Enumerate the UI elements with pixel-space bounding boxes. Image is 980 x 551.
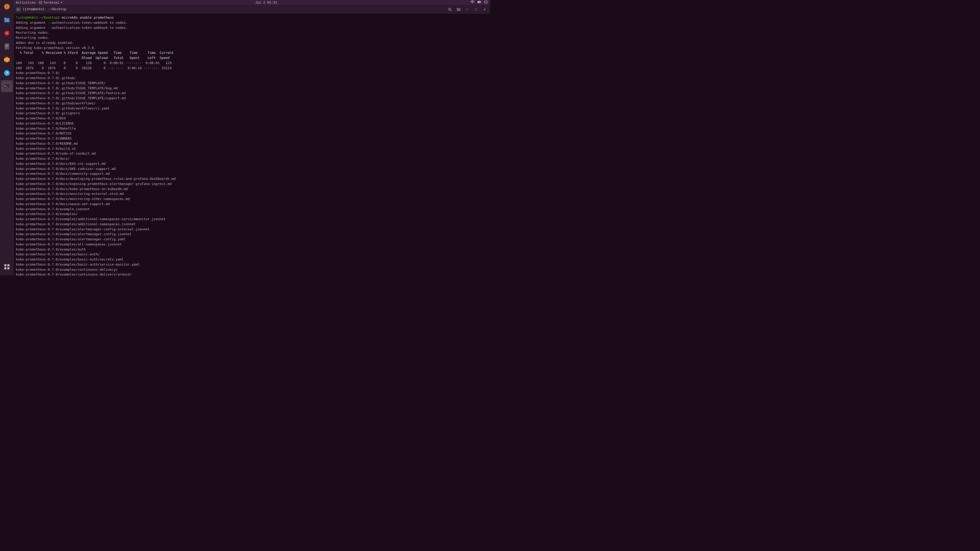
tar-line-8: kube-prometheus-0.7.0/.github/workflows/…: [16, 106, 488, 111]
prompt: lizhe@mk8s1:~/Desktop$: [16, 16, 60, 19]
output-line-5: Addon dns is already enabled.: [16, 40, 488, 45]
main-area: Activities >_ Terminal ▾ Jul 2 01:31: [14, 0, 490, 275]
tar-line-21: kube-prometheus-0.7.0/docs/community-sup…: [16, 171, 488, 176]
terminal-titlebar: >_ lizhe@mk8s1: ~/Desktop: [14, 5, 490, 14]
terminal-window-title: lizhe@mk8s1: ~/Desktop: [22, 7, 66, 11]
sidebar-item-text-editor[interactable]: [1, 41, 13, 52]
curl-header-1: % Total % Received % Xferd Average Speed…: [16, 50, 488, 56]
terminal-tab-icon: >_: [16, 7, 21, 12]
tar-line-37: kube-prometheus-0.7.0/examples/basic-aut…: [16, 252, 488, 257]
tar-line-33: kube-prometheus-0.7.0/examples/alertmana…: [16, 232, 488, 237]
tar-line-12: kube-prometheus-0.7.0/Makefile: [16, 126, 488, 131]
svg-text:>_: >_: [17, 9, 19, 11]
topbar-datetime[interactable]: Jul 2 01:31: [255, 1, 277, 5]
tar-line-10: kube-prometheus-0.7.0/DCO: [16, 116, 488, 121]
tar-line-11: kube-prometheus-0.7.0/LICENSE: [16, 121, 488, 126]
search-button[interactable]: [447, 6, 453, 12]
svg-rect-12: [5, 47, 7, 47]
tar-line-20: kube-prometheus-0.7.0/docs/GKE-cadvisor-…: [16, 166, 488, 171]
terminal-menu-label: Terminal: [43, 1, 59, 5]
tar-line-13: kube-prometheus-0.7.0/NOTICE: [16, 131, 488, 136]
tar-line-28: kube-prometheus-0.7.0/example.jsonnet: [16, 206, 488, 212]
close-button[interactable]: ✕: [481, 6, 488, 12]
terminal-window: >_ lizhe@mk8s1: ~/Desktop: [14, 5, 490, 275]
tar-line-32: kube-prometheus-0.7.0/examples/alertmana…: [16, 227, 488, 232]
tar-line-19: kube-prometheus-0.7.0/docs/EKS-cni-suppo…: [16, 161, 488, 166]
maximize-button[interactable]: □: [473, 6, 479, 12]
sidebar-item-help[interactable]: ?: [1, 67, 13, 79]
command-line: lizhe@mk8s1:~/Desktop$ microk8s enable p…: [16, 15, 488, 20]
sidebar-item-files[interactable]: [1, 14, 13, 26]
topbar: Activities >_ Terminal ▾ Jul 2 01:31: [14, 0, 490, 5]
activities-button[interactable]: Activities: [16, 1, 36, 5]
svg-rect-23: [7, 267, 10, 269]
svg-marker-27: [477, 0, 479, 3]
svg-rect-20: [4, 264, 6, 266]
taskbar-bottom: [0, 260, 14, 275]
svg-rect-11: [5, 46, 8, 46]
tar-line-6: kube-prometheus-0.7.0/.github/ISSUE_TEMP…: [16, 96, 488, 101]
svg-text:>_: >_: [5, 84, 8, 88]
tar-line-35: kube-prometheus-0.7.0/examples/all-names…: [16, 242, 488, 247]
tar-line-4: kube-prometheus-0.7.0/.github/ISSUE_TEMP…: [16, 86, 488, 91]
command-text: microk8s enable prometheus: [60, 16, 114, 19]
tar-line-1: kube-prometheus-0.7.0/: [16, 70, 488, 76]
terminal-output[interactable]: lizhe@mk8s1:~/Desktop$ microk8s enable p…: [14, 14, 490, 275]
sidebar-item-apps-grid[interactable]: [1, 261, 13, 273]
titlebar-right: ─ □ ✕: [447, 6, 488, 12]
volume-icon: [477, 0, 481, 5]
output-line-4: Restarting nodes.: [16, 35, 488, 40]
svg-point-26: [472, 3, 473, 4]
menu-button[interactable]: [455, 6, 462, 12]
svg-rect-9: [5, 43, 9, 49]
power-icon[interactable]: [484, 0, 488, 5]
tar-line-16: kube-prometheus-0.7.0/build.sh: [16, 146, 488, 151]
tar-line-26: kube-prometheus-0.7.0/docs/monitoring-ot…: [16, 197, 488, 202]
curl-header-2: Dload Upload Total Spent Left Speed: [16, 56, 488, 60]
tar-line-27: kube-prometheus-0.7.0/docs/weave-net-sup…: [16, 202, 488, 206]
svg-rect-10: [5, 44, 8, 45]
tar-line-38: kube-prometheus-0.7.0/examples/basic-aut…: [16, 257, 488, 262]
tar-line-40: kube-prometheus-0.7.0/examples/continuou…: [16, 267, 488, 272]
sidebar-item-music[interactable]: [1, 27, 13, 39]
tar-line-24: kube-prometheus-0.7.0/docs/kube-promethe…: [16, 186, 488, 192]
minimize-button[interactable]: ─: [464, 6, 471, 12]
curl-progress-2: 100 287k 0 287k 0 0 20226 0 --:--:-- 0:0…: [16, 65, 488, 71]
tar-line-5: kube-prometheus-0.7.0/.github/ISSUE_TEMP…: [16, 91, 488, 96]
terminal-small-icon: >_: [39, 1, 42, 4]
output-line-2: Adding argument --authentication-token-w…: [16, 25, 488, 30]
tar-line-34: kube-prometheus-0.7.0/examples/alertmana…: [16, 237, 488, 242]
tar-line-29: kube-prometheus-0.7.0/examples/: [16, 211, 488, 217]
curl-progress-1: 100 143 100 143 0 0 129 0 0:00:01 --:--:…: [16, 60, 488, 65]
sidebar-item-terminal[interactable]: >_: [1, 80, 13, 92]
svg-point-2: [6, 6, 8, 8]
terminal-menu-button[interactable]: >_ Terminal ▾: [39, 0, 62, 5]
tar-line-2: kube-prometheus-0.7.0/.github/: [16, 76, 488, 81]
tar-line-36: kube-prometheus-0.7.0/examples/auth: [16, 247, 488, 252]
tar-line-9: kube-prometheus-0.7.0/.gitignore: [16, 111, 488, 116]
sidebar-item-software[interactable]: [1, 54, 13, 65]
tar-line-23: kube-prometheus-0.7.0/docs/exposing-prom…: [16, 181, 488, 186]
tar-line-39: kube-prometheus-0.7.0/examples/basic-aut…: [16, 262, 488, 267]
sidebar-item-firefox[interactable]: [1, 1, 13, 13]
tar-line-30: kube-prometheus-0.7.0/examples/additiona…: [16, 217, 488, 222]
tar-line-3: kube-prometheus-0.7.0/.github/ISSUE_TEMP…: [16, 81, 488, 86]
output-line-6: Fetching kube-prometheus version v0.7.0.: [16, 45, 488, 51]
tar-line-18: kube-prometheus-0.7.0/docs/: [16, 156, 488, 161]
tar-line-17: kube-prometheus-0.7.0/code-of-conduct.md: [16, 151, 488, 156]
tar-line-7: kube-prometheus-0.7.0/.github/workflows/: [16, 101, 488, 106]
topbar-left: Activities >_ Terminal ▾: [16, 0, 62, 5]
network-icon: [470, 0, 475, 5]
tar-line-25: kube-prometheus-0.7.0/docs/monitoring-ex…: [16, 191, 488, 197]
svg-text:>_: >_: [39, 2, 41, 4]
svg-rect-21: [7, 264, 10, 266]
svg-point-8: [6, 33, 7, 34]
topbar-right: [470, 0, 488, 5]
output-line-1: Adding argument --authentication-token-w…: [16, 20, 488, 25]
svg-rect-22: [4, 267, 6, 269]
svg-point-31: [449, 8, 451, 10]
tar-line-14: kube-prometheus-0.7.0/OWNERS: [16, 136, 488, 141]
svg-line-32: [450, 10, 452, 11]
output-line-3: Restarting nodes.: [16, 30, 488, 35]
tar-line-22: kube-prometheus-0.7.0/docs/developing-pr…: [16, 176, 488, 181]
